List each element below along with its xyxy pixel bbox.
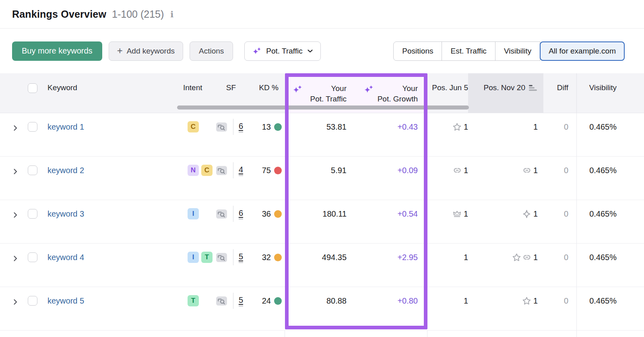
expand-row-icon[interactable] — [12, 122, 19, 134]
sf-count[interactable]: 5 — [239, 296, 243, 306]
star-icon — [522, 296, 531, 306]
sf-count[interactable]: 4 — [239, 165, 243, 176]
kd-value: 75 — [262, 166, 271, 175]
serp-features-icon[interactable] — [215, 296, 228, 306]
keyword-link[interactable]: keyword 4 — [47, 253, 84, 262]
pos-nov-cell: 1 — [512, 252, 538, 263]
visibility-value: 0.465% — [589, 121, 617, 132]
pot-growth-value: +0.09 — [397, 165, 418, 176]
sf-count[interactable]: 6 — [239, 122, 243, 132]
metric-dropdown[interactable]: Pot. Traffic — [244, 41, 320, 61]
intent-badge-i: I — [188, 208, 199, 219]
table-row: keyword 2NC4755.91+0.091100.465% — [0, 157, 644, 200]
expand-row-icon[interactable] — [12, 166, 19, 177]
panel-header: Rankings Overview 1-100 (215) i — [0, 0, 644, 29]
keyword-link[interactable]: keyword 5 — [47, 296, 84, 306]
serp-features-icon[interactable] — [215, 165, 228, 176]
info-icon[interactable]: i — [169, 9, 173, 19]
row-checkbox[interactable] — [28, 209, 37, 219]
visibility-value: 0.465% — [589, 295, 617, 306]
link-icon — [522, 253, 531, 262]
actions-button[interactable]: Actions — [190, 41, 233, 61]
star-icon — [512, 253, 521, 262]
column-header-visibility[interactable]: Visibility — [576, 73, 644, 113]
serp-features-icon[interactable] — [215, 209, 228, 219]
serp-features-icon[interactable] — [215, 122, 228, 132]
divider — [233, 119, 233, 135]
pot-traffic-value: 494.35 — [322, 252, 347, 263]
intent-badge-n: N — [188, 165, 199, 176]
position-value: 1 — [464, 209, 468, 219]
intent-badge-t: T — [188, 295, 199, 306]
diff-value: 0 — [564, 208, 568, 219]
select-all-checkbox[interactable] — [28, 83, 37, 93]
serp-icon — [215, 122, 228, 132]
buy-more-keywords-button[interactable]: Buy more keywords — [12, 41, 102, 61]
pot-growth-value: +2.95 — [397, 252, 418, 263]
kd-difficulty-dot — [274, 254, 282, 261]
link-icon — [522, 166, 531, 175]
pos-jun-cell: 1 — [464, 295, 468, 306]
column-header-keyword[interactable]: Keyword — [47, 73, 168, 113]
view-tab-est-traffic[interactable]: Est. Traffic — [442, 41, 495, 61]
view-tab-visibility[interactable]: Visibility — [495, 41, 540, 61]
position-value: 1 — [533, 253, 538, 262]
page-title: Rankings Overview — [12, 8, 106, 20]
diff-value: 0 — [564, 165, 568, 176]
intent-badge-c: C — [188, 121, 199, 132]
row-checkbox[interactable] — [28, 252, 37, 262]
header-spacer — [0, 73, 25, 113]
column-header-diff[interactable]: Diff — [543, 73, 576, 113]
select-all-cell — [25, 73, 47, 113]
position-value: 1 — [533, 122, 538, 132]
expand-row-icon[interactable] — [12, 296, 19, 308]
keyword-link[interactable]: keyword 3 — [47, 209, 84, 219]
visibility-value: 0.465% — [589, 252, 617, 263]
pos-nov-cell: 1 — [522, 295, 538, 306]
diamond-icon — [522, 209, 531, 219]
pos-jun-cell: 1 — [453, 165, 468, 176]
star-icon — [452, 122, 462, 132]
pos-nov-cell: 1 — [522, 208, 538, 219]
view-tab-all-for-example-com[interactable]: All for example.com — [540, 41, 625, 61]
position-value: 1 — [533, 166, 538, 175]
column-header-pos-nov-20[interactable]: Pos. Nov 20 — [468, 73, 543, 113]
row-checkbox[interactable] — [28, 165, 37, 175]
pot-growth-value: +0.43 — [397, 121, 418, 132]
row-checkbox[interactable] — [28, 296, 37, 306]
chevron-right-icon — [12, 212, 19, 218]
keyword-link[interactable]: keyword 2 — [47, 166, 84, 175]
chevron-down-icon — [307, 49, 313, 53]
crown-icon — [452, 209, 462, 219]
serp-features-icon[interactable] — [215, 252, 228, 263]
column-divider — [427, 331, 427, 337]
keyword-link[interactable]: keyword 1 — [47, 122, 84, 132]
expand-row-icon[interactable] — [12, 209, 19, 221]
chevron-right-icon — [12, 168, 19, 175]
pot-growth-value: +0.54 — [397, 208, 418, 219]
kd-difficulty-dot — [274, 210, 282, 218]
pos-nov-cell: 1 — [522, 165, 538, 176]
diff-value: 0 — [564, 295, 568, 306]
plus-icon: + — [117, 46, 123, 56]
pot-traffic-value: 53.81 — [326, 121, 347, 132]
kd-difficulty-dot — [274, 167, 282, 174]
view-tab-positions[interactable]: Positions — [393, 41, 442, 61]
table-row: keyword 1C61353.81+0.431100.465% — [0, 113, 644, 157]
table-row: keyword 5T52480.88+0.801100.465% — [0, 287, 644, 331]
diff-value: 0 — [564, 252, 568, 263]
table-row: keyword 3I636180.11+0.541100.465% — [0, 200, 644, 244]
expand-row-icon[interactable] — [12, 253, 19, 264]
serp-icon — [215, 165, 228, 176]
sf-count[interactable]: 5 — [239, 252, 243, 263]
pos-jun-cell: 1 — [464, 252, 468, 263]
horizontal-scrollbar[interactable] — [177, 105, 469, 110]
pos-jun-cell: 1 — [452, 121, 468, 132]
add-keywords-button[interactable]: + Add keywords — [109, 41, 183, 61]
pot-growth-value: +0.80 — [397, 295, 418, 306]
row-checkbox[interactable] — [28, 122, 37, 132]
ai-sparkle-icon — [363, 84, 374, 95]
kd-value: 24 — [262, 296, 271, 306]
sf-count[interactable]: 6 — [239, 209, 243, 219]
pos-jun-cell: 1 — [452, 208, 468, 219]
